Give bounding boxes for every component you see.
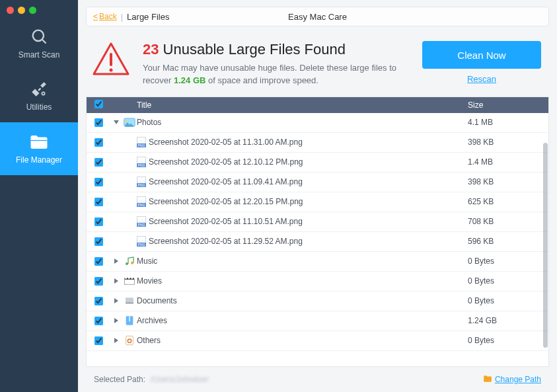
chevron-right-icon[interactable] [114,318,118,323]
table-row[interactable]: Screenshot 2020-02-05 at 11.09.41 AM.png… [87,173,548,192]
svg-rect-13 [129,317,130,322]
change-path-label: Change Path [495,375,541,384]
row-label: Screenshot 2020-02-05 at 11.31.00 AM.png [149,137,468,147]
selected-path-value: /Users/Johndoe/ [151,375,208,384]
app-title: Easy Mac Care [288,12,347,22]
chevron-right-icon[interactable] [114,298,118,303]
table-row[interactable]: Screenshot 2020-02-05 at 12.10.12 PM.png… [87,153,548,173]
tools-icon [30,81,48,98]
row-label: Screenshot 2020-02-05 at 11.29.52 AM.png [149,237,468,246]
row-checkbox[interactable] [94,336,103,345]
table-row[interactable]: Screenshot 2020-02-05 at 11.31.00 AM.png… [87,133,548,153]
documents-icon [122,296,137,305]
select-all-checkbox[interactable] [94,100,103,108]
warning-icon [91,41,131,80]
svg-rect-9 [125,280,135,285]
chevron-right-icon[interactable] [114,338,118,343]
sidebar-item-label: File Manager [16,155,62,165]
row-checkbox[interactable] [94,217,103,226]
change-path-link[interactable]: Change Path [483,375,541,385]
row-size: 0 Bytes [468,336,540,345]
row-size: 625 KB [468,197,540,206]
sidebar-item-utilities[interactable]: Utilities [0,69,78,122]
close-window-icon[interactable] [7,7,14,14]
svg-point-0 [33,30,44,40]
table-row[interactable]: Others0 Bytes [87,331,548,351]
row-label: Archives [137,316,468,325]
recoverable-space: 1.24 GB [174,75,205,85]
row-size: 0 Bytes [468,256,540,266]
breadcrumb-separator: | [121,12,123,22]
chevron-right-icon[interactable] [114,278,118,284]
svg-point-4 [110,69,113,72]
col-size-header[interactable]: Size [468,100,540,110]
col-title-header[interactable]: Title [110,100,468,110]
row-size: 1.24 GB [468,316,540,325]
table-row[interactable]: Archives1.24 GB [87,311,548,331]
row-checkbox[interactable] [94,237,103,246]
table-row[interactable]: Movies0 Bytes [87,272,548,292]
results-header: 23 Unusable Large Files Found Your Mac m… [78,26,557,97]
topbar: <Back | Large Files Easy Mac Care [86,7,549,26]
back-link[interactable]: <Back [93,12,117,21]
clean-now-button[interactable]: Clean Now [422,41,541,69]
sidebar-item-file-manager[interactable]: File Manager [0,122,78,175]
row-checkbox[interactable] [94,158,103,167]
svg-rect-11 [126,303,133,303]
sidebar-item-label: Utilities [26,102,52,112]
svg-point-2 [42,92,44,95]
row-checkbox[interactable] [94,277,103,286]
photos-icon [122,118,137,127]
png-file-icon [134,157,149,167]
table-row[interactable]: Photos4.1 MB [87,113,548,133]
scrollbar[interactable] [543,143,548,348]
table-row[interactable]: Screenshot 2020-02-05 at 12.20.15 PM.png… [87,192,548,212]
main-pane: <Back | Large Files Easy Mac Care 23 Unu… [78,0,557,392]
table-row[interactable]: Documents0 Bytes [87,292,548,311]
row-checkbox[interactable] [94,257,103,266]
row-size: 398 KB [468,137,540,147]
window-controls [0,4,36,17]
chevron-left-icon: < [93,12,98,21]
row-checkbox[interactable] [94,317,103,325]
archives-icon [122,315,137,326]
results-subtitle: Your Mac may have unusable huge files. D… [143,62,420,87]
row-size: 398 KB [468,177,540,186]
row-checkbox[interactable] [94,118,103,127]
row-label: Documents [137,296,468,305]
table-row[interactable]: Music0 Bytes [87,252,548,272]
table-row[interactable]: Screenshot 2020-02-05 at 11.29.52 AM.png… [87,232,548,252]
sidebar: Smart Scan Utilities File Manager [0,0,78,392]
search-icon [30,27,48,46]
minimize-window-icon[interactable] [18,7,25,14]
row-label: Photos [137,118,468,127]
png-file-icon [134,137,149,147]
row-checkbox[interactable] [94,297,103,305]
row-checkbox[interactable] [94,138,103,147]
rescan-link[interactable]: Rescan [467,74,496,84]
table-row[interactable]: Screenshot 2020-02-05 at 11.10.51 AM.png… [87,212,548,232]
row-label: Music [137,256,468,266]
svg-point-8 [131,262,133,264]
table-header: Title Size [87,97,548,113]
row-label: Screenshot 2020-02-05 at 11.09.41 AM.png [149,177,468,186]
row-checkbox[interactable] [94,178,103,186]
chevron-right-icon[interactable] [114,258,118,264]
folder-open-icon [483,375,492,385]
selected-path-label: Selected Path: [94,375,145,384]
folder-icon [29,134,49,151]
chevron-down-icon[interactable] [114,120,119,124]
movies-icon [122,276,137,286]
file-table: Title Size Photos4.1 MBScreenshot 2020-0… [86,97,549,367]
sidebar-item-label: Smart Scan [19,50,60,59]
sidebar-item-smart-scan[interactable]: Smart Scan [0,17,78,69]
table-body[interactable]: Photos4.1 MBScreenshot 2020-02-05 at 11.… [87,113,548,366]
row-checkbox[interactable] [94,198,103,206]
row-size: 0 Bytes [468,296,540,305]
others-icon [122,335,137,346]
row-size: 596 KB [468,237,540,246]
svg-rect-14 [126,336,133,345]
zoom-window-icon[interactable] [29,7,36,14]
back-label: Back [99,12,117,21]
footer: Selected Path: /Users/Johndoe/ Change Pa… [78,367,557,392]
